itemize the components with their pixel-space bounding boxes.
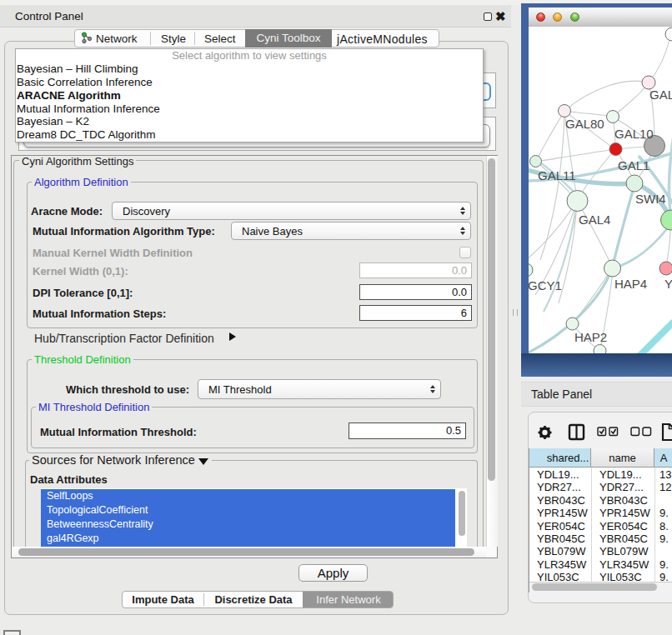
svg-text:GAL4: GAL4 bbox=[579, 212, 610, 227]
svg-text:GAL11: GAL11 bbox=[538, 168, 576, 182]
svg-text:GAL2: GAL2 bbox=[649, 88, 672, 102]
svg-text:GAL80: GAL80 bbox=[565, 117, 604, 131]
svg-text:SWI4: SWI4 bbox=[635, 192, 666, 206]
svg-text:GAL10: GAL10 bbox=[614, 127, 654, 141]
svg-text:HAP4: HAP4 bbox=[614, 277, 647, 291]
svg-text:GAL1: GAL1 bbox=[618, 158, 649, 172]
svg-text:YI: YI bbox=[664, 277, 672, 291]
svg-text:HAP2: HAP2 bbox=[574, 330, 607, 344]
svg-text:GCY1: GCY1 bbox=[529, 278, 562, 292]
